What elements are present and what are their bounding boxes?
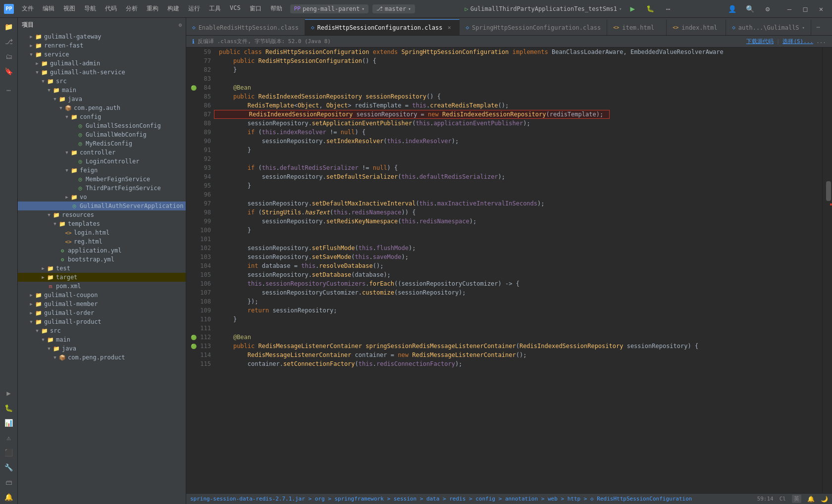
tree-item-bootstrap-yaml[interactable]: ▶ ⚙ bootstrap.yml bbox=[18, 255, 186, 264]
breadcrumb-config[interactable]: config bbox=[475, 496, 495, 502]
breadcrumb-data[interactable]: data bbox=[426, 496, 440, 502]
sidebar-icon-run[interactable]: ▶ bbox=[2, 386, 16, 400]
tree-item-login-html[interactable]: ▶ <> login.html bbox=[18, 228, 186, 237]
menu-run[interactable]: 运行 bbox=[184, 3, 204, 14]
tree-item-vo[interactable]: ▶ 📁 vo bbox=[18, 193, 186, 202]
tree-item-app-yaml[interactable]: ▶ ⚙ application.yml bbox=[18, 246, 186, 255]
menu-help[interactable]: 帮助 bbox=[266, 3, 286, 14]
tree-item-order[interactable]: ▶ 📁 gulimall-order bbox=[18, 308, 186, 317]
tree-item-java[interactable]: ▼ 📁 java bbox=[18, 95, 186, 103]
tab-redis-config[interactable]: ◇ RedisHttpSessionConfiguration.class ✕ bbox=[305, 19, 460, 35]
sidebar-icon-bookmark[interactable]: 🔖 bbox=[2, 64, 16, 78]
menu-file[interactable]: 文件 bbox=[18, 3, 38, 14]
gutter-bean-btn-84[interactable]: 🟢 bbox=[190, 84, 197, 91]
tree-item-src-auth[interactable]: ▼ 📁 src bbox=[18, 77, 186, 86]
settings-button[interactable]: ⚙ bbox=[761, 2, 775, 16]
sidebar-icon-structure[interactable]: 🗂 bbox=[2, 50, 16, 63]
menu-navigate[interactable]: 导航 bbox=[80, 3, 100, 14]
sidebar-icon-problems[interactable]: ⚠ bbox=[2, 431, 16, 445]
sidebar-icon-database[interactable]: 🗃 bbox=[2, 475, 16, 489]
project-selector[interactable]: PP peng-mall-parent ▾ bbox=[290, 4, 368, 13]
tree-item-templates[interactable]: ▼ 📁 templates bbox=[18, 219, 186, 228]
tree-item-my-redis[interactable]: ▶ ◎ MyRedisConfig bbox=[18, 139, 186, 148]
tree-item-com-peng-product[interactable]: ▼ 📦 com.peng.product bbox=[18, 353, 186, 362]
sidebar-icon-project[interactable]: 📁 bbox=[2, 20, 16, 34]
bottom-moon-icon[interactable]: 🌙 bbox=[821, 496, 828, 503]
tree-item-feign[interactable]: ▼ 📁 feign bbox=[18, 166, 186, 175]
breadcrumb-annotation[interactable]: annotation bbox=[505, 496, 538, 502]
tab-index-html[interactable]: <> index.html bbox=[667, 19, 726, 35]
run-config-dropdown[interactable]: ▾ bbox=[619, 6, 622, 11]
tree-item-main[interactable]: ▼ 📁 main bbox=[18, 86, 186, 95]
more-run-button[interactable]: ⋯ bbox=[661, 2, 675, 16]
tree-item-service[interactable]: ▼ 📁 service bbox=[18, 50, 186, 59]
tree-item-gateway[interactable]: ▶ 📁 gulimall-gateway bbox=[18, 32, 186, 41]
sidebar-icon-more[interactable]: ⋯ bbox=[2, 83, 16, 97]
bottom-bell-icon[interactable]: 🔔 bbox=[807, 496, 815, 503]
tree-item-pom[interactable]: ▶ m pom.xml bbox=[18, 282, 186, 291]
tree-item-gulimall-web[interactable]: ▶ ◎ GulimallWebConfig bbox=[18, 130, 186, 139]
maximize-button[interactable]: □ bbox=[798, 2, 812, 16]
sidebar-icon-terminal[interactable]: ⬛ bbox=[2, 446, 16, 459]
close-button[interactable]: ✕ bbox=[814, 2, 828, 16]
tree-item-member[interactable]: ▶ 📁 gulimall-member bbox=[18, 300, 186, 308]
tree-item-controller[interactable]: ▼ 📁 controller bbox=[18, 148, 186, 157]
tree-item-com-peng[interactable]: ▼ 📦 com.peng.auth bbox=[18, 103, 186, 112]
menu-tools[interactable]: 工具 bbox=[205, 3, 225, 14]
breadcrumb-class[interactable]: ◇ RedisHttpSessionConfiguration bbox=[590, 496, 692, 502]
tree-item-admin[interactable]: ▶ 📁 gulimall-admin bbox=[18, 59, 186, 68]
sidebar-icon-services[interactable]: 🔧 bbox=[2, 460, 16, 474]
tab-enable-redis[interactable]: ◇ EnableRedisHttpSession.class bbox=[186, 19, 305, 35]
tab-item-html[interactable]: <> item.html bbox=[607, 19, 667, 35]
code-area[interactable]: 59 public class RedisHttpSessionConfigur… bbox=[186, 48, 822, 493]
tree-item-src-product[interactable]: ▼ 📁 src bbox=[18, 326, 186, 335]
download-source-link[interactable]: 下载源代码 bbox=[746, 38, 774, 45]
menu-view[interactable]: 视图 bbox=[59, 3, 79, 14]
gutter-btn-113[interactable]: 🟢 bbox=[190, 343, 197, 350]
sidebar-icon-notifications[interactable]: 🔔 bbox=[2, 490, 16, 504]
tree-item-renren[interactable]: ▶ 📁 renren-fast bbox=[18, 41, 186, 50]
tab-auth[interactable]: ◇ auth...\GulimallS ▾ bbox=[726, 19, 811, 35]
gutter-bean-btn-112[interactable]: 🟢 bbox=[190, 334, 197, 341]
tree-item-product[interactable]: ▼ 📁 gulimall-product bbox=[18, 317, 186, 326]
menu-vcs[interactable]: VCS bbox=[226, 3, 245, 14]
tree-item-reg-html[interactable]: ▶ <> reg.html bbox=[18, 237, 186, 246]
sidebar-icon-profiler[interactable]: 📊 bbox=[2, 416, 16, 430]
breadcrumb-session[interactable]: session bbox=[394, 496, 416, 502]
choose-link[interactable]: 选择(S)... bbox=[782, 38, 813, 45]
tree-item-main-product[interactable]: ▼ 📁 main bbox=[18, 335, 186, 344]
minimize-button[interactable]: — bbox=[782, 2, 796, 16]
debug-button[interactable]: 🐛 bbox=[643, 2, 657, 16]
menu-window[interactable]: 窗口 bbox=[246, 3, 265, 14]
branch-selector[interactable]: ⎇ master ▾ bbox=[372, 4, 415, 13]
search-button[interactable]: 🔍 bbox=[743, 2, 757, 16]
menu-build[interactable]: 构建 bbox=[163, 3, 183, 14]
menu-code[interactable]: 代码 bbox=[101, 3, 121, 14]
tree-item-test[interactable]: ▶ 📁 test bbox=[18, 264, 186, 273]
tree-item-third-feign[interactable]: ▶ ◎ ThirdPartFeignService bbox=[18, 184, 186, 193]
tab-dropdown-auth[interactable]: ▾ bbox=[802, 25, 805, 30]
menu-refactor[interactable]: 重构 bbox=[143, 3, 162, 14]
tree-item-coupon[interactable]: ▶ 📁 gulimall-coupon bbox=[18, 291, 186, 300]
tree-item-resources[interactable]: ▼ 📁 resources bbox=[18, 210, 186, 219]
tree-item-java-product[interactable]: ▼ 📁 java bbox=[18, 344, 186, 353]
breadcrumb-redis[interactable]: redis bbox=[449, 496, 466, 502]
tab-more-button[interactable]: ⋯ bbox=[811, 19, 825, 35]
sidebar-icon-commit[interactable]: ⎇ bbox=[2, 35, 16, 49]
tab-spring-config[interactable]: ◇ SpringHttpSessionConfiguration.class bbox=[460, 19, 607, 35]
breadcrumb-web[interactable]: web bbox=[548, 496, 558, 502]
run-button[interactable]: ▶ bbox=[625, 2, 639, 16]
tree-item-gulimall-session[interactable]: ▶ ◎ GulimallSessionConfig bbox=[18, 121, 186, 130]
tree-item-target[interactable]: ▶ 📁 target bbox=[18, 273, 186, 282]
menu-edit[interactable]: 编辑 bbox=[39, 3, 58, 14]
profile-button[interactable]: 👤 bbox=[725, 2, 739, 16]
right-scrollbar[interactable] bbox=[822, 48, 832, 493]
breadcrumb-org[interactable]: org bbox=[315, 496, 325, 502]
breadcrumb-springframework[interactable]: springframework bbox=[334, 496, 383, 502]
tree-item-auth[interactable]: ▼ 📁 gulimall-auth-service bbox=[18, 68, 186, 77]
menu-analyze[interactable]: 分析 bbox=[122, 3, 142, 14]
tree-item-app[interactable]: ▶ ◎ GulimallAuthServerApplication bbox=[18, 202, 186, 210]
tree-item-config-pkg[interactable]: ▼ 📁 config bbox=[18, 112, 186, 121]
tree-item-member-feign[interactable]: ▶ ◎ MemberFeignService bbox=[18, 175, 186, 184]
sidebar-icon-debug[interactable]: 🐛 bbox=[2, 401, 16, 415]
